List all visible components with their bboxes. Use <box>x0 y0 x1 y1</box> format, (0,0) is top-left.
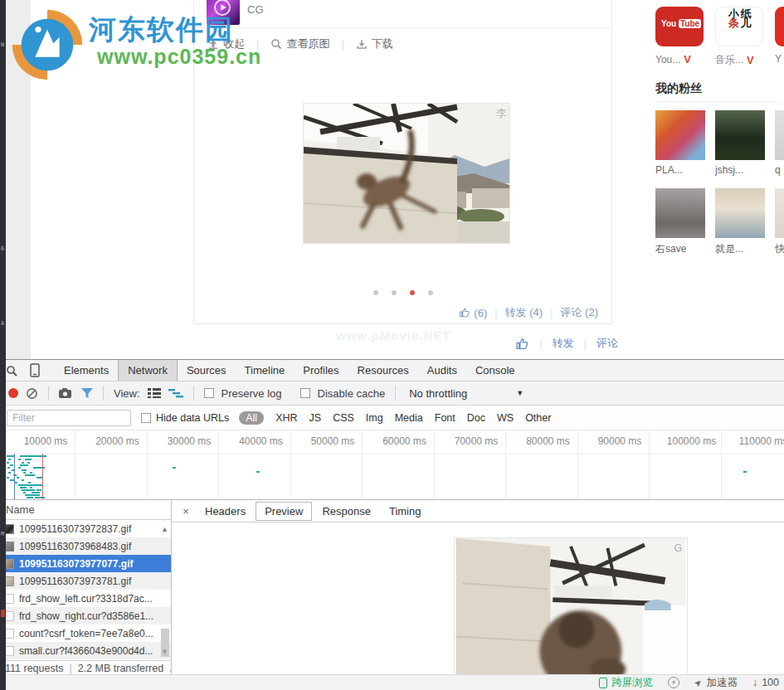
request-name: 109951163073968483.gif <box>19 541 131 552</box>
fan-avatar[interactable] <box>775 188 784 238</box>
disable-cache-checkbox[interactable] <box>300 388 310 398</box>
fan-avatar[interactable] <box>715 188 765 238</box>
comment-button[interactable]: 评论 <box>597 336 618 351</box>
waterfall-view-icon[interactable] <box>168 388 183 398</box>
app-icon[interactable] <box>775 7 784 46</box>
network-overview-timeline[interactable]: 10000 ms20000 ms30000 ms40000 ms50000 ms… <box>0 430 784 500</box>
app-item[interactable]: Y <box>775 7 784 65</box>
app-label: 音乐...V <box>715 53 763 67</box>
filter-type-all[interactable]: All <box>239 411 264 425</box>
device-mode-icon[interactable] <box>23 360 46 381</box>
view-original-button[interactable]: 查看原图 <box>270 36 329 51</box>
record-button[interactable] <box>8 388 18 398</box>
resource-type-filters: AllXHRJSCSSImgMediaFontDocWSOther <box>239 411 551 425</box>
fan-item[interactable]: PLA... <box>655 110 705 176</box>
request-row[interactable]: 109951163073977077.gif <box>0 555 171 572</box>
toolbar-divider <box>48 386 49 401</box>
request-timing-mark <box>22 462 24 464</box>
screenshot-camera-icon[interactable] <box>59 388 74 398</box>
request-timing-mark <box>18 467 21 469</box>
hide-data-urls-checkbox[interactable] <box>141 413 151 423</box>
close-icon[interactable]: × <box>177 505 195 518</box>
filter-funnel-icon[interactable] <box>81 388 93 399</box>
download-button[interactable]: 下载 <box>356 36 393 51</box>
app-item[interactable]: You TubeYou...V <box>655 7 704 66</box>
request-row[interactable]: 109951163073973781.gif <box>0 572 171 590</box>
repost-button[interactable]: 转发 <box>553 336 574 351</box>
accelerator-button[interactable]: ➤ 加速器 <box>694 676 738 690</box>
youtube-icon[interactable]: You Tube <box>655 7 704 46</box>
detail-tab-response[interactable]: Response <box>314 503 379 520</box>
devtools-tab-profiles[interactable]: Profiles <box>294 360 348 381</box>
request-timing-mark <box>22 469 27 471</box>
scroll-down-icon[interactable]: ▼ <box>161 648 168 656</box>
app-item[interactable]: 小纸条儿音乐...V <box>715 7 763 67</box>
filter-input[interactable] <box>7 410 131 426</box>
filter-type-other[interactable]: Other <box>525 412 551 424</box>
devtools-tab-network[interactable]: Network <box>118 360 178 381</box>
throttling-dropdown[interactable]: No throttling ▼ <box>409 387 523 400</box>
fan-item[interactable]: 就是... <box>715 188 765 256</box>
request-timing-mark <box>22 489 35 491</box>
verified-badge: V <box>747 54 754 66</box>
filter-type-css[interactable]: CSS <box>333 412 354 424</box>
fan-avatar[interactable] <box>655 188 705 238</box>
request-row[interactable]: 109951163073968483.gif <box>0 537 171 555</box>
cross-screen-browse-button[interactable]: 跨屏浏览 <box>599 676 653 690</box>
request-timing-mark <box>8 472 11 474</box>
fan-avatar[interactable] <box>655 110 705 160</box>
carousel-dot[interactable] <box>410 290 415 295</box>
fan-item[interactable]: 快 <box>775 188 784 256</box>
carousel-dot[interactable] <box>428 290 433 295</box>
like-button[interactable] <box>515 337 529 351</box>
post-gif-image[interactable]: 李 <box>304 104 509 243</box>
preserve-log-checkbox[interactable] <box>204 388 214 398</box>
request-timing-mark <box>173 467 176 469</box>
fan-item[interactable]: jshsj... <box>715 110 765 176</box>
flash-toggle-button[interactable]: ⚡ <box>668 677 679 688</box>
carousel-dot[interactable] <box>392 290 397 295</box>
filter-type-ws[interactable]: WS <box>497 412 514 424</box>
filter-type-js[interactable]: JS <box>309 412 322 424</box>
action-separator: | <box>584 338 587 350</box>
request-row[interactable]: frd_show_left.cur?3318d7ac... <box>0 590 171 607</box>
download-zoom-indicator[interactable]: ↓ 100 <box>752 677 779 688</box>
fan-avatar[interactable] <box>715 110 765 160</box>
filter-type-xhr[interactable]: XHR <box>275 412 297 424</box>
request-row[interactable]: 109951163073972837.gif <box>0 520 171 537</box>
timeline-gridline <box>362 430 363 499</box>
fan-item[interactable]: 右save <box>655 188 705 256</box>
site-url: www.pc0359.cn <box>97 45 261 69</box>
request-row[interactable]: small.cur?f4366043e900d4d... <box>0 642 171 659</box>
list-view-icon[interactable] <box>148 388 161 398</box>
detail-tab-preview[interactable]: Preview <box>256 502 312 521</box>
filter-type-font[interactable]: Font <box>435 412 455 424</box>
filter-type-doc[interactable]: Doc <box>467 412 485 424</box>
music-app-icon[interactable]: 小纸条儿 <box>715 7 763 46</box>
carousel-dot[interactable] <box>373 290 378 295</box>
filter-type-img[interactable]: Img <box>366 412 383 424</box>
detail-tab-headers[interactable]: Headers <box>197 503 254 520</box>
scroll-up-icon[interactable]: ▲ <box>161 525 168 533</box>
fan-avatar[interactable] <box>775 110 784 160</box>
devtools-tab-elements[interactable]: Elements <box>55 360 118 381</box>
devtools-tab-audits[interactable]: Audits <box>418 360 466 381</box>
devtools-tab-console[interactable]: Console <box>466 360 524 381</box>
post-author-name[interactable]: CG <box>247 3 264 16</box>
request-row[interactable]: frd_show_right.cur?d3586e1... <box>0 607 171 624</box>
clear-icon[interactable] <box>26 387 38 400</box>
detail-tab-timing[interactable]: Timing <box>381 503 430 520</box>
fan-item[interactable]: q <box>775 110 784 176</box>
name-column-header[interactable]: Name <box>0 500 171 520</box>
filter-type-media[interactable]: Media <box>395 412 423 424</box>
repost-button[interactable]: 转发 (4) <box>505 305 543 320</box>
post-footer-action-bar: | 转发 | 评论 <box>515 336 618 351</box>
devtools-tab-sources[interactable]: Sources <box>178 360 236 381</box>
fan-name: 快 <box>775 242 784 256</box>
request-row[interactable]: count?csrf_token=7ee7a8e0... <box>0 624 171 642</box>
like-button[interactable]: (6) <box>459 307 487 319</box>
request-timing-mark <box>7 467 10 469</box>
devtools-tab-timeline[interactable]: Timeline <box>236 360 295 381</box>
devtools-tab-resources[interactable]: Resources <box>348 360 418 381</box>
comment-button[interactable]: 评论 (2) <box>561 305 599 320</box>
